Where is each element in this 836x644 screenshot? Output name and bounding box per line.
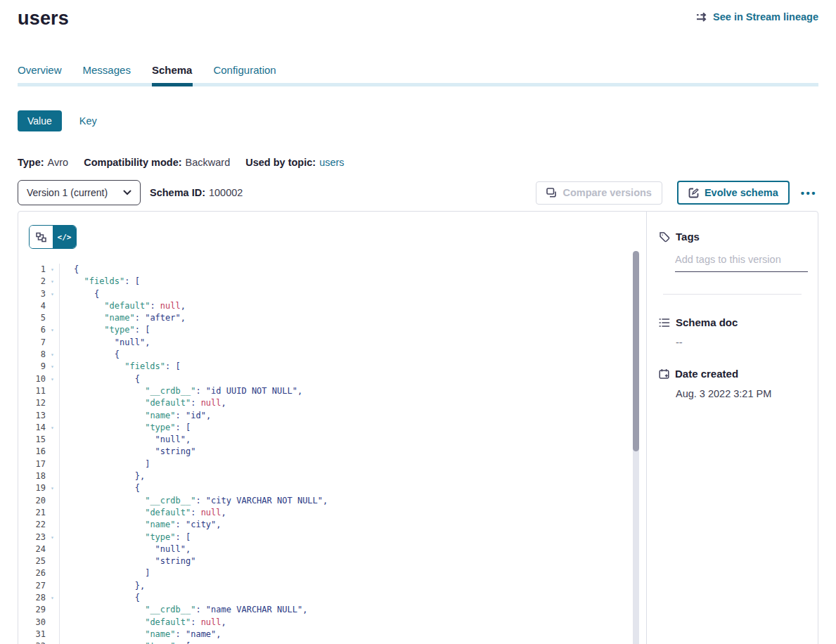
line-number: 21 bbox=[29, 507, 46, 519]
code-text: { bbox=[60, 288, 99, 300]
code-text: "type": [ bbox=[60, 532, 191, 543]
line-number: 31 bbox=[29, 629, 46, 640]
code-text: { bbox=[60, 373, 140, 385]
line-number: 12 bbox=[29, 397, 46, 409]
fold-toggle-icon[interactable]: ▾ bbox=[46, 532, 60, 543]
fold-toggle-icon[interactable]: ▾ bbox=[46, 373, 60, 385]
code-view-icon: </> bbox=[58, 233, 72, 242]
code-text: ] bbox=[60, 567, 150, 579]
line-number: 5 bbox=[29, 312, 46, 324]
code-line: 13 "name": "id", bbox=[29, 410, 646, 422]
editor-scrollbar-track[interactable] bbox=[633, 251, 639, 644]
tab-messages[interactable]: Messages bbox=[83, 64, 131, 83]
editor-scrollbar-thumb[interactable] bbox=[633, 251, 639, 451]
value-key-toggle: Value Key bbox=[18, 110, 818, 131]
schema-editor: </> 1▾{2▾ "fields": [3▾ {4 "default": nu… bbox=[18, 212, 646, 644]
code-text: "default": null, bbox=[60, 617, 226, 629]
add-tags-input[interactable] bbox=[675, 254, 808, 272]
code-text: "string" bbox=[60, 446, 195, 458]
line-number: 32 bbox=[29, 640, 46, 644]
line-number: 28 bbox=[29, 592, 46, 604]
code-text: "default": null, bbox=[60, 397, 226, 409]
tab-underline-track bbox=[18, 83, 818, 86]
code-text: "null", bbox=[60, 543, 191, 555]
fold-spacer bbox=[46, 458, 60, 470]
code-line: 17 ] bbox=[29, 458, 646, 470]
code-text: ] bbox=[60, 458, 150, 470]
chevron-down-icon bbox=[123, 190, 131, 195]
compatibility-mode: Compatibility mode: Backward bbox=[84, 157, 230, 168]
fold-toggle-icon[interactable]: ▾ bbox=[46, 324, 60, 336]
code-line: 15 "null", bbox=[29, 434, 646, 446]
line-number: 19 bbox=[29, 482, 46, 494]
fold-spacer bbox=[46, 495, 60, 507]
fold-toggle-icon[interactable]: ▾ bbox=[46, 349, 60, 361]
stream-lineage-icon bbox=[696, 12, 708, 22]
fold-spacer bbox=[46, 410, 60, 422]
tree-view-button[interactable] bbox=[30, 226, 53, 248]
version-select-value: Version 1 (current) bbox=[27, 187, 108, 198]
line-number: 22 bbox=[29, 519, 46, 531]
fold-spacer bbox=[46, 617, 60, 629]
more-actions-button[interactable]: ••• bbox=[799, 185, 818, 201]
fold-toggle-icon[interactable]: ▾ bbox=[46, 361, 60, 373]
see-in-stream-lineage-link[interactable]: See in Stream lineage bbox=[696, 11, 818, 22]
code-line: 1▾{ bbox=[29, 264, 646, 276]
code-lines: 1▾{2▾ "fields": [3▾ {4 "default": null,5… bbox=[29, 264, 646, 644]
code-line: 18 }, bbox=[29, 470, 646, 482]
schema-doc-value: -- bbox=[676, 337, 807, 348]
fold-spacer bbox=[46, 397, 60, 409]
code-line: 29 "__crdb__": "name VARCHAR NULL", bbox=[29, 604, 646, 616]
tab-bar: Overview Messages Schema Configuration bbox=[18, 64, 818, 86]
fold-toggle-icon[interactable]: ▾ bbox=[46, 288, 60, 300]
code-line: 25 "string" bbox=[29, 555, 646, 567]
value-toggle-button[interactable]: Value bbox=[18, 110, 62, 131]
line-number: 10 bbox=[29, 373, 46, 385]
version-select[interactable]: Version 1 (current) bbox=[18, 180, 141, 205]
code-view-button[interactable]: </> bbox=[53, 226, 76, 248]
tab-schema[interactable]: Schema bbox=[152, 64, 193, 83]
tab-overview[interactable]: Overview bbox=[18, 64, 62, 83]
code-line: 21 "default": null, bbox=[29, 507, 646, 519]
line-number: 15 bbox=[29, 434, 46, 446]
fold-spacer bbox=[46, 604, 60, 616]
compare-versions-button[interactable]: Compare versions bbox=[536, 181, 662, 205]
fold-toggle-icon[interactable]: ▾ bbox=[46, 592, 60, 604]
tab-configuration[interactable]: Configuration bbox=[213, 64, 276, 83]
evolve-schema-button[interactable]: Evolve schema bbox=[677, 181, 790, 205]
tree-view-icon bbox=[36, 232, 46, 243]
fold-spacer bbox=[46, 629, 60, 640]
fold-spacer bbox=[46, 312, 60, 324]
line-number: 25 bbox=[29, 555, 46, 567]
fold-toggle-icon[interactable]: ▾ bbox=[46, 482, 60, 494]
fold-spacer bbox=[46, 555, 60, 567]
code-text: "string" bbox=[60, 555, 195, 567]
line-number: 18 bbox=[29, 470, 46, 482]
code-line: 7 "null", bbox=[29, 337, 646, 349]
code-line: 2▾ "fields": [ bbox=[29, 276, 646, 288]
code-line: 27 }, bbox=[29, 580, 646, 592]
line-number: 20 bbox=[29, 495, 46, 507]
code-line: 24 "null", bbox=[29, 543, 646, 555]
code-line: 16 "string" bbox=[29, 446, 646, 458]
code-line: 5 "name": "after", bbox=[29, 312, 646, 324]
tag-icon bbox=[659, 231, 670, 243]
fold-toggle-icon[interactable]: ▾ bbox=[46, 276, 60, 288]
line-number: 3 bbox=[29, 288, 46, 300]
key-toggle-button[interactable]: Key bbox=[79, 115, 97, 127]
topic-link[interactable]: users bbox=[319, 157, 344, 168]
code-line: 28▾ { bbox=[29, 592, 646, 604]
code-text: { bbox=[60, 592, 140, 604]
code-text: "__crdb__": "city VARCHAR NOT NULL", bbox=[60, 495, 328, 507]
fold-toggle-icon[interactable]: ▾ bbox=[46, 640, 60, 644]
fold-spacer bbox=[46, 543, 60, 555]
fold-toggle-icon[interactable]: ▾ bbox=[46, 422, 60, 434]
fold-spacer bbox=[46, 580, 60, 592]
fold-spacer bbox=[46, 337, 60, 349]
fold-spacer bbox=[46, 446, 60, 458]
code-line: 19▾ { bbox=[29, 482, 646, 494]
line-number: 14 bbox=[29, 422, 46, 434]
code-line: 31 "name": "name", bbox=[29, 629, 646, 640]
fold-toggle-icon[interactable]: ▾ bbox=[46, 264, 60, 276]
line-number: 24 bbox=[29, 543, 46, 555]
